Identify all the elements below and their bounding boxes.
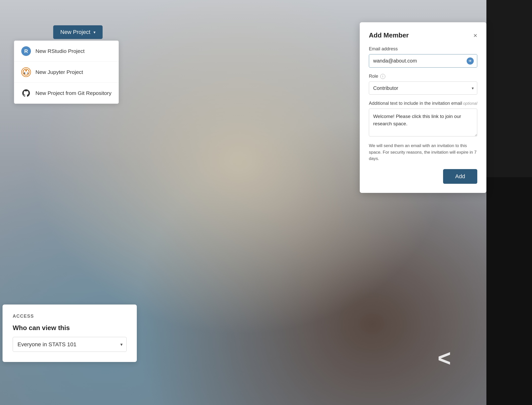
security-note: We will send them an email with an invit…	[369, 143, 477, 162]
corner-dark-bottom-right	[486, 177, 532, 405]
access-select[interactable]: Everyone in STATS 101 Only collaborators…	[13, 337, 127, 352]
access-select-wrapper: Everyone in STATS 101 Only collaborators…	[13, 337, 127, 352]
role-info-icon: i	[380, 74, 385, 79]
role-select-wrapper: Contributor Viewer Editor Admin ▾	[369, 82, 477, 95]
additional-text-header: Additional text to include in the invita…	[369, 101, 477, 106]
dropdown-label-jupyter: New Jupyter Project	[35, 69, 83, 75]
additional-text-label: Additional text to include in the invita…	[369, 101, 462, 106]
dropdown-label-rstudio: New RStudio Project	[35, 48, 85, 54]
optional-label: optional	[463, 101, 477, 106]
email-input-wrapper: 👁	[369, 54, 477, 68]
role-field-label: Role i	[369, 74, 477, 79]
posnet-arrow: <	[438, 347, 451, 370]
add-member-dialog: Add Member × Email address 👁 Role i Cont…	[360, 22, 486, 193]
email-input[interactable]	[369, 54, 477, 68]
dropdown-item-jupyter[interactable]: New Jupyter Project	[14, 62, 119, 83]
role-select[interactable]: Contributor Viewer Editor Admin	[369, 82, 477, 95]
rstudio-icon: R	[21, 46, 31, 56]
access-panel: ACCESS Who can view this Everyone in STA…	[3, 305, 137, 362]
svg-point-3	[24, 72, 25, 74]
close-dialog-button[interactable]: ×	[473, 32, 477, 39]
jupyter-icon	[21, 67, 31, 77]
email-field-label: Email address	[369, 46, 477, 52]
dropdown-label-git: New Project from Git Repository	[35, 90, 111, 96]
dropdown-item-rstudio[interactable]: R New RStudio Project	[14, 41, 119, 62]
svg-point-2	[27, 72, 28, 74]
github-icon	[21, 88, 31, 98]
access-title: ACCESS	[13, 314, 127, 319]
add-member-button[interactable]: Add	[443, 169, 477, 184]
new-project-label: New Project	[60, 29, 90, 35]
corner-dark-right	[486, 0, 532, 202]
dialog-header: Add Member ×	[369, 31, 477, 39]
invitation-textarea[interactable]: Welcome! Please click this link to join …	[369, 109, 477, 136]
chevron-down-icon: ▾	[93, 30, 96, 35]
svg-point-1	[25, 70, 27, 71]
new-project-dropdown: R New RStudio Project New Jupyter Projec…	[14, 40, 119, 104]
new-project-button[interactable]: New Project ▾	[53, 25, 103, 39]
eye-icon: 👁	[467, 57, 474, 65]
who-can-view-label: Who can view this	[13, 324, 127, 332]
dropdown-item-git[interactable]: New Project from Git Repository	[14, 83, 119, 104]
dialog-title: Add Member	[369, 31, 409, 39]
